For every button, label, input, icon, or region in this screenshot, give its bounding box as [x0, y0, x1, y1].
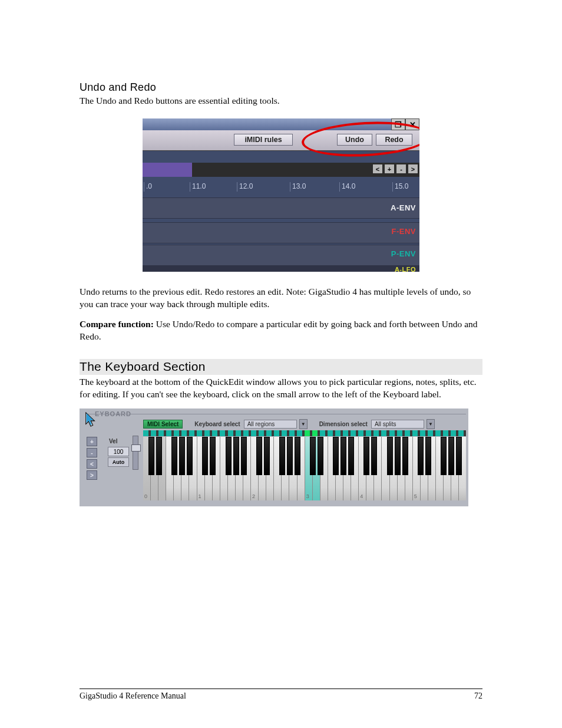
keyboard-select-dropdown-icon[interactable]: ▼: [299, 419, 308, 429]
env-label-a[interactable]: A-ENV: [391, 203, 416, 212]
octave-label: 3: [306, 493, 309, 499]
plus-button[interactable]: +: [87, 437, 97, 446]
footer-rule: [80, 689, 482, 689]
env-label-p[interactable]: P-ENV: [391, 249, 416, 258]
timeline-ruler: < + - >: [143, 163, 419, 177]
keyboard-toolbar: MIDI Select Keyboard select All regions …: [143, 418, 466, 430]
compare-label: Compare function:: [80, 319, 154, 329]
vel-slider[interactable]: [133, 436, 138, 470]
black-key[interactable]: [348, 437, 354, 475]
velocity-side-panel: + - < > Vel 100 Auto: [83, 431, 141, 497]
para-undo-intro: The Undo and Redo buttons are essential …: [80, 95, 482, 107]
black-key[interactable]: [241, 437, 247, 475]
vel-input[interactable]: 100: [108, 447, 129, 456]
black-key[interactable]: [371, 437, 377, 475]
tick-label: .0: [144, 182, 152, 192]
tick-label: 13.0: [290, 182, 306, 192]
black-key[interactable]: [310, 437, 316, 475]
timeline-cursor[interactable]: [143, 163, 192, 177]
vel-slider-thumb[interactable]: [131, 444, 141, 452]
tick-label: 11.0: [190, 182, 206, 192]
vel-label: Vel: [109, 438, 117, 444]
black-key[interactable]: [448, 437, 454, 475]
timeline-ticks: .0 11.0 12.0 13.0 14.0 15.0: [143, 179, 419, 195]
black-key[interactable]: [156, 437, 162, 475]
arrow-cursor-icon: [84, 411, 97, 428]
tick-label: 15.0: [392, 182, 408, 192]
black-key[interactable]: [295, 437, 300, 475]
octave-label: 0: [144, 493, 147, 499]
nav-plus-button[interactable]: +: [384, 164, 395, 174]
right-button[interactable]: >: [87, 470, 97, 480]
octave-label: 1: [199, 493, 201, 499]
black-key[interactable]: [179, 437, 185, 475]
para-keyboard-desc: The keyboard at the bottom of the QuickE…: [80, 376, 482, 400]
heading-undo-redo: Undo and Redo: [80, 81, 482, 94]
tick-label: 12.0: [237, 182, 253, 192]
para-compare: Compare function: Use Undo/Redo to compa…: [80, 318, 482, 342]
black-key[interactable]: [226, 437, 232, 475]
tick-label: 14.0: [339, 182, 355, 192]
env-strip-f: [143, 222, 419, 243]
black-key[interactable]: [333, 437, 339, 475]
black-key[interactable]: [210, 437, 216, 475]
imidi-rules-button[interactable]: iMIDI rules: [234, 134, 293, 146]
dimension-select-label: Dimension select: [318, 421, 369, 427]
group-rule: [85, 414, 466, 414]
octave-label: 2: [252, 493, 255, 499]
left-button[interactable]: <: [87, 459, 97, 469]
octave-label: 4: [360, 493, 363, 499]
black-key[interactable]: [456, 437, 462, 475]
black-key[interactable]: [187, 437, 193, 475]
minus-button[interactable]: -: [87, 448, 97, 457]
piano-keyboard[interactable]: 012345: [143, 437, 466, 500]
dimension-select-dropdown-icon[interactable]: ▼: [427, 419, 435, 429]
midi-select-button[interactable]: MIDI Select: [143, 420, 183, 429]
black-key[interactable]: [395, 437, 401, 475]
black-key[interactable]: [441, 437, 447, 475]
black-key[interactable]: [233, 437, 239, 475]
env-label-alfo[interactable]: A-LFO: [395, 266, 416, 272]
black-key[interactable]: [418, 437, 424, 475]
keyboard-select-label: Keyboard select: [193, 421, 241, 427]
keyboard-panel-label: EYBOARD: [95, 410, 131, 417]
black-key[interactable]: [318, 437, 323, 475]
black-key[interactable]: [171, 437, 177, 475]
black-key[interactable]: [363, 437, 369, 475]
env-strip-alfo: [143, 266, 419, 272]
heading-keyboard-section: The Keyboard Section: [80, 359, 482, 375]
black-key[interactable]: [264, 437, 270, 475]
black-key[interactable]: [425, 437, 431, 475]
figure-undo-redo-screenshot: ❐ ✕ iMIDI rules Undo Redo < + - > .0 11.…: [143, 118, 419, 272]
env-strip-a: [143, 197, 419, 219]
dimension-select-field[interactable]: All splits: [371, 420, 424, 429]
black-key[interactable]: [402, 437, 408, 475]
nav-minus-button[interactable]: -: [396, 164, 406, 174]
black-key[interactable]: [256, 437, 262, 475]
nav-fwd-button[interactable]: >: [408, 164, 418, 174]
document-page: Undo and Redo The Undo and Redo buttons …: [0, 0, 562, 728]
footer-title: GigaStudio 4 Reference Manual: [80, 691, 186, 701]
black-key[interactable]: [202, 437, 208, 475]
para-undo-desc: Undo returns to the previous edit. Redo …: [80, 286, 482, 310]
keyboard-select-field[interactable]: All regions: [244, 420, 297, 429]
footer-page-number: 72: [474, 691, 482, 701]
nav-back-button[interactable]: <: [372, 164, 383, 174]
auto-button[interactable]: Auto: [108, 457, 129, 467]
black-key[interactable]: [279, 437, 285, 475]
env-strip-p: [143, 245, 419, 266]
black-key[interactable]: [340, 437, 346, 475]
region-strip[interactable]: [143, 430, 466, 436]
black-key[interactable]: [287, 437, 293, 475]
black-key[interactable]: [148, 437, 154, 475]
octave-label: 5: [414, 493, 417, 499]
figure-keyboard-section: EYBOARD MIDI Select Keyboard select All …: [80, 409, 468, 506]
black-key[interactable]: [387, 437, 393, 475]
env-label-f[interactable]: F-ENV: [392, 227, 416, 236]
